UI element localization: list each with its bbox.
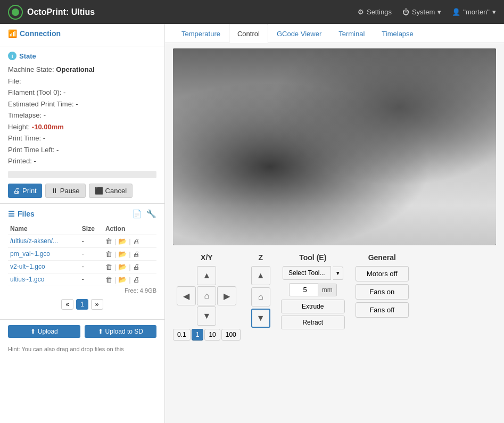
step-01-button[interactable]: 0.1 <box>173 329 191 341</box>
xy-left-button[interactable]: ◀ <box>177 286 196 305</box>
xy-empty-bl <box>177 306 196 326</box>
next-page-button[interactable]: » <box>91 299 103 310</box>
progress-bar <box>8 171 156 178</box>
cancel-button[interactable]: ⬛ Cancel <box>89 184 133 198</box>
free-space: Free: 4.9GB <box>8 286 156 295</box>
files-title: ☰ Files <box>8 210 35 218</box>
tab-timelapse[interactable]: Timelapse <box>373 24 422 43</box>
pause-button[interactable]: ⏸ Pause <box>45 184 86 198</box>
xy-down-button[interactable]: ▼ <box>197 306 216 326</box>
print-icon[interactable]: 🖨 <box>133 237 140 245</box>
user-link[interactable]: 👤 "morten" ▾ <box>452 8 496 16</box>
retract-button[interactable]: Retract <box>281 316 345 329</box>
stop-icon: ⬛ <box>95 187 103 195</box>
load-icon[interactable]: 📂 <box>118 263 127 271</box>
svg-rect-19 <box>404 91 447 160</box>
step-1-button[interactable]: 1 <box>192 329 204 341</box>
xy-home-button[interactable]: ⌂ <box>197 286 216 305</box>
select-tool-dropdown[interactable]: ▾ <box>333 267 343 280</box>
xy-up-button[interactable]: ▲ <box>197 266 216 285</box>
load-icon[interactable]: 📂 <box>118 237 127 245</box>
col-size: Size <box>80 223 103 235</box>
fans-off-button[interactable]: Fans off <box>356 302 409 318</box>
step-10-button[interactable]: 10 <box>204 329 220 341</box>
prev-page-button[interactable]: « <box>61 299 73 310</box>
settings-link[interactable]: ⚙ Settings <box>358 8 392 16</box>
extrude-button[interactable]: Extrude <box>281 300 345 313</box>
files-table-body: /ultius/z-aksen/... - 🗑 | 📂 | 🖨 pm_val~1… <box>8 235 156 286</box>
tab-terminal[interactable]: Terminal <box>330 24 373 43</box>
upload-buttons: ⬆ Upload ⬆ Upload to SD <box>0 320 164 343</box>
fans-on-button[interactable]: Fans on <box>356 284 409 300</box>
delete-icon[interactable]: 🗑 <box>105 250 112 258</box>
webcam-image <box>173 48 496 245</box>
z-down-button[interactable]: ▼ <box>251 309 270 328</box>
print-icon[interactable]: 🖨 <box>133 263 140 271</box>
tool-input-row: mm <box>289 283 337 296</box>
tab-control[interactable]: Control <box>229 24 268 43</box>
z-title: Z <box>258 253 263 262</box>
tool-unit: mm <box>318 284 337 296</box>
files-header: ☰ Files 📄 🔧 <box>8 209 156 219</box>
general-control-group: General Motors off Fans on Fans off <box>356 253 409 320</box>
current-page-button[interactable]: 1 <box>76 299 88 310</box>
print-button[interactable]: 🖨 Print <box>8 184 42 198</box>
upload-sd-icon: ⬆ <box>98 328 103 335</box>
load-icon[interactable]: 📂 <box>118 250 127 258</box>
tool-title: Tool (E) <box>299 253 326 262</box>
svg-rect-23 <box>449 107 453 118</box>
tab-temperature[interactable]: Temperature <box>173 24 229 43</box>
system-link[interactable]: ⏻ System ▾ <box>402 8 441 16</box>
motors-off-button[interactable]: Motors off <box>356 266 409 281</box>
xy-right-button[interactable]: ▶ <box>217 286 236 305</box>
svg-rect-18 <box>175 189 494 197</box>
tool-amount-input[interactable] <box>289 283 318 296</box>
print-icon[interactable]: 🖨 <box>133 276 140 284</box>
upload-icon: ⬆ <box>30 328 36 335</box>
table-row: ultius~1.gco - 🗑 | 📂 | 🖨 <box>8 273 156 286</box>
delete-icon[interactable]: 🗑 <box>105 237 112 245</box>
file-name[interactable]: pm_val~1.gco <box>10 250 50 258</box>
delete-icon[interactable]: 🗑 <box>105 276 112 284</box>
upload-button[interactable]: ⬆ Upload <box>8 325 80 338</box>
tabs: Temperature Control GCode Viewer Termina… <box>165 24 504 43</box>
z-up-button[interactable]: ▲ <box>251 266 270 285</box>
svg-point-10 <box>266 88 298 120</box>
svg-rect-22 <box>447 128 478 132</box>
state-panel: i State Machine State: Operational File:… <box>0 46 164 204</box>
print-icon[interactable]: 🖨 <box>133 250 140 258</box>
svg-rect-17 <box>175 192 494 245</box>
svg-rect-2 <box>175 48 494 245</box>
load-icon[interactable]: 📂 <box>118 276 127 284</box>
pause-icon: ⏸ <box>51 187 58 195</box>
file-name[interactable]: /ultius/z-aksen/... <box>10 237 58 245</box>
navbar: OctoPrint: Ultius ⚙ Settings ⏻ System ▾ … <box>0 0 504 24</box>
estimated-row: Estimated Print Time: - <box>8 99 156 110</box>
z-home-button[interactable]: ⌂ <box>251 287 270 306</box>
files-table: Name Size Action /ultius/z-aksen/... - 🗑… <box>8 223 156 286</box>
tab-gcode-viewer[interactable]: GCode Viewer <box>268 24 330 43</box>
filament-row: Filament (Tool 0): - <box>8 87 156 98</box>
app-title: OctoPrint: Ultius <box>27 7 95 17</box>
new-file-icon[interactable]: 📄 <box>132 209 142 219</box>
wrench-icon[interactable]: 🔧 <box>146 209 156 219</box>
connection-panel: 📶 Connection <box>0 24 164 46</box>
xy-empty-tl <box>177 266 196 285</box>
delete-icon[interactable]: 🗑 <box>105 263 112 271</box>
table-row: v2-ult~1.gco - 🗑 | 📂 | 🖨 <box>8 260 156 273</box>
file-name[interactable]: v2-ult~1.gco <box>10 263 45 270</box>
connection-title: 📶 Connection <box>8 29 156 38</box>
files-table-header: Name Size Action <box>8 223 156 235</box>
upload-sd-button[interactable]: ⬆ Upload to SD <box>85 325 157 338</box>
select-tool-button[interactable]: Select Tool... <box>283 266 331 280</box>
webcam-container <box>173 48 496 245</box>
file-size: - <box>80 235 103 247</box>
tab-content-control: X/Y ▲ ◀ ⌂ ▶ ▼ <box>165 43 504 423</box>
user-icon: 👤 <box>452 8 460 16</box>
tool-control-group: Tool (E) Select Tool... ▾ mm Extrude Ret… <box>281 253 345 331</box>
print-buttons: 🖨 Print ⏸ Pause ⬛ Cancel <box>8 184 156 198</box>
step-100-button[interactable]: 100 <box>221 329 241 341</box>
file-name[interactable]: ultius~1.gco <box>10 276 44 283</box>
chevron-down-icon-user: ▾ <box>492 8 496 16</box>
main-layout: 📶 Connection i State Machine State: Oper… <box>0 24 504 423</box>
